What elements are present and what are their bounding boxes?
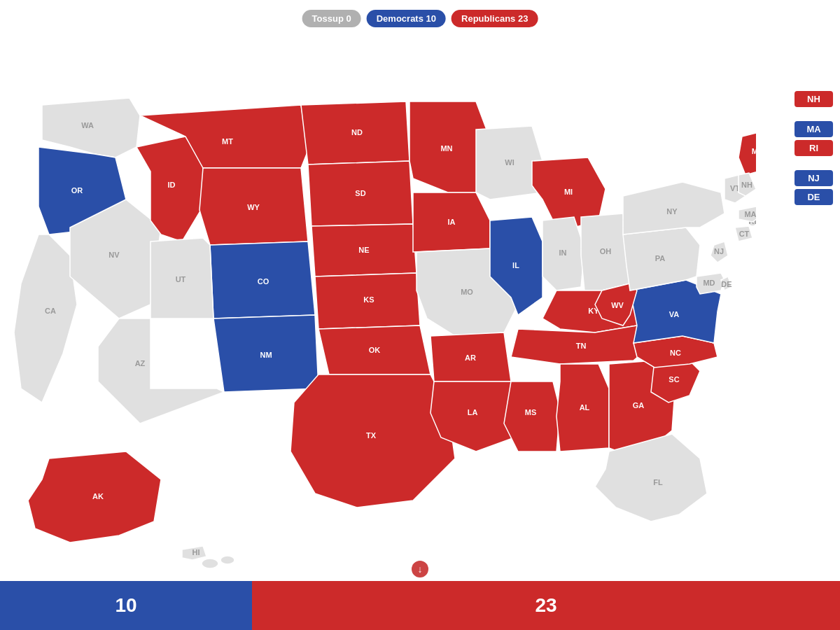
state-WY[interactable] [200,168,308,245]
state-ME[interactable] [738,130,756,175]
legend: Tossup 0 Democrats 10 Republicans 23 [302,10,538,27]
legend-democrats[interactable]: Democrats 10 [367,10,446,27]
state-AZ[interactable] [98,318,224,424]
map-container: WA OR CA NV ID MT WY CO NM UT AZ ND [0,38,756,570]
state-NJ[interactable] [710,241,728,262]
legend-tossup[interactable]: Tossup 0 [302,10,361,27]
sidebar-DE[interactable]: DE [794,189,833,205]
state-CT[interactable] [735,226,752,241]
state-MD[interactable] [696,273,724,294]
state-NH[interactable] [738,173,756,196]
state-NY[interactable] [623,182,724,234]
svg-point-46 [220,556,234,564]
state-ND[interactable] [301,102,410,164]
state-HI[interactable] [182,546,206,560]
right-sidebar: NH MA RI NJ DE [794,91,833,205]
state-NM[interactable] [214,315,318,392]
rep-bar: 23 [252,581,840,630]
sidebar-MA[interactable]: MA [794,121,833,137]
state-MS[interactable] [504,382,560,451]
state-WA[interactable] [42,98,140,158]
state-OK[interactable] [318,326,430,374]
legend-republicans[interactable]: Republicans 23 [451,10,538,27]
dem-bar: 10 [0,581,252,630]
sidebar-NH[interactable]: NH [794,91,833,107]
state-SD[interactable] [308,161,413,226]
state-CO[interactable] [210,241,315,318]
sidebar-RI[interactable]: RI [794,140,833,156]
state-MA[interactable] [738,206,756,222]
state-IN[interactable] [542,217,584,290]
bottom-bar: 10 23 [0,581,840,630]
state-TX[interactable] [290,374,455,507]
svg-point-45 [202,559,218,568]
down-arrow[interactable]: ↓ [412,561,428,578]
sidebar-NJ[interactable]: NJ [794,170,833,186]
state-NE[interactable] [312,224,416,276]
state-AK[interactable] [28,451,161,542]
state-CA[interactable] [14,234,77,402]
state-AR[interactable] [430,332,511,382]
state-IA[interactable] [413,192,490,252]
state-KS[interactable] [315,273,420,329]
state-AL[interactable] [556,364,609,451]
state-UT[interactable] [150,238,214,318]
